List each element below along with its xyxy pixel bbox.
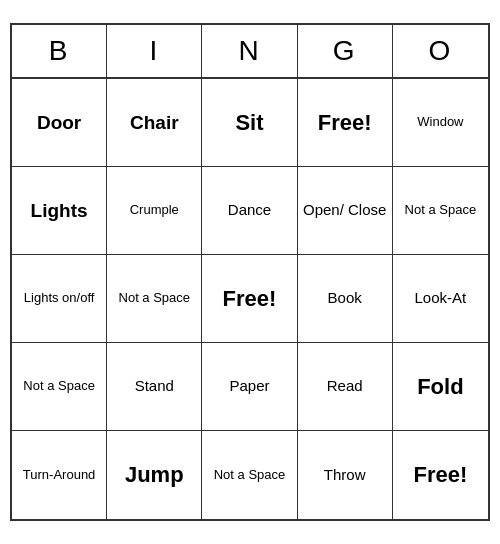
bingo-cell: Chair xyxy=(107,79,202,167)
bingo-cell: Read xyxy=(298,343,393,431)
bingo-cell: Turn-Around xyxy=(12,431,107,519)
header-letter: O xyxy=(393,25,488,77)
bingo-cell: Door xyxy=(12,79,107,167)
bingo-cell: Sit xyxy=(202,79,297,167)
bingo-cell: Not a Space xyxy=(12,343,107,431)
bingo-cell: Look-At xyxy=(393,255,488,343)
bingo-cell: Dance xyxy=(202,167,297,255)
bingo-cell: Stand xyxy=(107,343,202,431)
bingo-cell: Not a Space xyxy=(107,255,202,343)
bingo-cell: Paper xyxy=(202,343,297,431)
header-letter: N xyxy=(202,25,297,77)
bingo-cell: Throw xyxy=(298,431,393,519)
bingo-cell: Lights xyxy=(12,167,107,255)
bingo-cell: Free! xyxy=(393,431,488,519)
header-letter: G xyxy=(298,25,393,77)
bingo-cell: Fold xyxy=(393,343,488,431)
bingo-grid: DoorChairSitFree!WindowLightsCrumpleDanc… xyxy=(12,79,488,519)
bingo-card: BINGO DoorChairSitFree!WindowLightsCrump… xyxy=(10,23,490,521)
bingo-cell: Jump xyxy=(107,431,202,519)
header-letter: I xyxy=(107,25,202,77)
bingo-cell: Window xyxy=(393,79,488,167)
bingo-header: BINGO xyxy=(12,25,488,79)
bingo-cell: Crumple xyxy=(107,167,202,255)
bingo-cell: Open/ Close xyxy=(298,167,393,255)
bingo-cell: Free! xyxy=(298,79,393,167)
bingo-cell: Not a Space xyxy=(202,431,297,519)
bingo-cell: Not a Space xyxy=(393,167,488,255)
bingo-cell: Free! xyxy=(202,255,297,343)
header-letter: B xyxy=(12,25,107,77)
bingo-cell: Book xyxy=(298,255,393,343)
bingo-cell: Lights on/off xyxy=(12,255,107,343)
